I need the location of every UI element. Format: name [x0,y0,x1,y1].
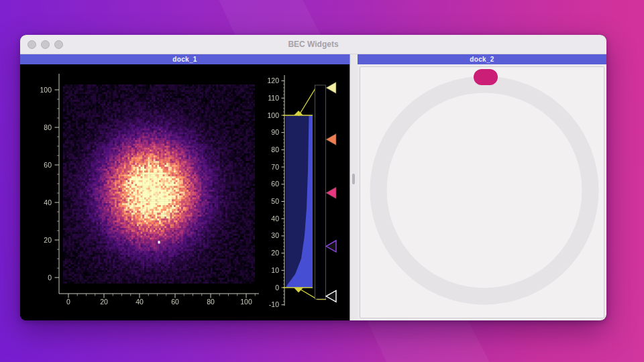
spinner-track-ring [378,84,590,296]
dock-2: dock_2 [358,54,606,320]
plot-axes [55,74,260,298]
svg-text:-10: -10 [269,300,279,308]
svg-text:90: 90 [271,128,279,136]
dock-1-title: dock_1 [172,56,197,63]
svg-text:60: 60 [44,161,52,169]
dock-1: dock_1 020406080100020406080100120110100… [20,54,350,320]
gradient-tick-marker[interactable] [326,290,336,302]
svg-text:120: 120 [267,76,279,84]
titlebar[interactable]: BEC Widgets [20,35,606,54]
svg-text:60: 60 [271,180,279,188]
svg-text:80: 80 [44,123,52,131]
dock-2-header[interactable]: dock_2 [358,54,606,64]
svg-text:10: 10 [271,266,279,274]
dock-splitter[interactable] [350,54,358,320]
svg-text:70: 70 [271,163,279,171]
svg-text:30: 30 [271,231,279,239]
ring-spinner [360,67,604,318]
spinner-panel [360,66,604,318]
gradient-tick-marker[interactable] [326,187,336,198]
window-title: BEC Widgets [20,40,606,49]
gradient-tick-marker[interactable] [326,82,336,93]
dock-1-body: 0204060801000204060801001201101009080706… [20,64,350,320]
colormap-gradient-bar[interactable] [315,85,326,299]
gradient-tick-marker[interactable] [326,133,336,145]
svg-text:40: 40 [271,215,279,223]
splitter-handle-icon [352,174,355,184]
svg-text:100: 100 [240,298,252,306]
svg-text:0: 0 [275,284,279,292]
svg-text:0: 0 [48,274,52,282]
gradient-tick-marker[interactable] [326,241,336,252]
svg-text:100: 100 [267,111,279,119]
dock-2-title: dock_2 [470,56,494,63]
dock-area: dock_1 020406080100020406080100120110100… [20,54,606,320]
svg-text:20: 20 [44,236,52,244]
svg-text:110: 110 [268,94,279,102]
svg-text:50: 50 [271,197,279,205]
svg-text:40: 40 [136,298,144,306]
dock-1-header[interactable]: dock_1 [20,54,350,64]
plot-tick-labels: 020406080100020406080100 [40,86,252,306]
app-window: BEC Widgets dock_1 020406080100020406080… [20,35,606,320]
histogram-axis [282,75,285,306]
histogram-axis-labels: 1201101009080706050403020100-10 [267,76,279,308]
svg-text:100: 100 [40,86,52,94]
svg-text:0: 0 [66,298,70,306]
svg-text:20: 20 [271,249,279,257]
svg-text:80: 80 [207,298,215,306]
svg-text:60: 60 [171,298,179,306]
dock-2-body [358,64,606,320]
svg-text:20: 20 [100,298,108,306]
spinner-indicator [474,69,498,85]
histogram-lut: 1201101009080706050403020100-10 [267,75,336,308]
svg-text:40: 40 [44,198,52,206]
svg-text:80: 80 [271,145,279,154]
plot-and-histogram-overlay: 0204060801000204060801001201101009080706… [20,64,350,320]
